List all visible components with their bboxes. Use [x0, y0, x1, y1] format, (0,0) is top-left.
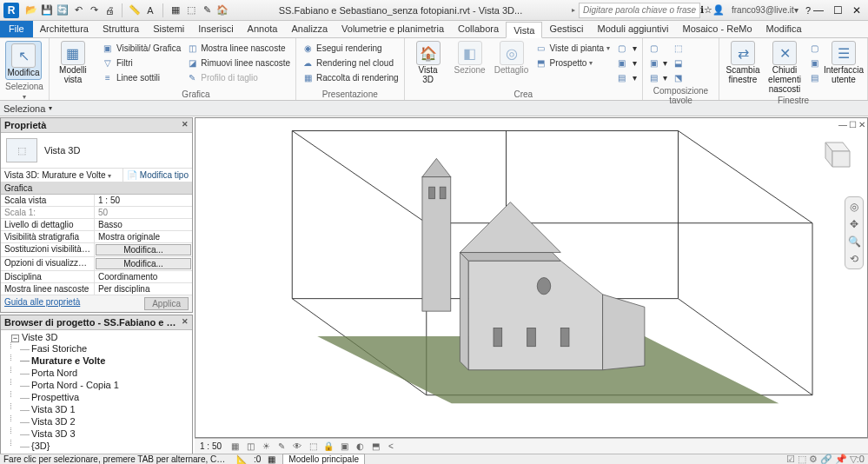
navigation-bar[interactable]: ◎ ✥ 🔍 ⟲	[845, 196, 864, 269]
tab-volumetrie[interactable]: Volumetrie e planimetria	[335, 21, 451, 37]
file-tab[interactable]: File	[0, 21, 33, 37]
instance-filter[interactable]: Vista 3D: Murature e Volte	[1, 169, 123, 182]
zoom-icon[interactable]: 🔍	[848, 235, 861, 248]
comp5[interactable]: ⬓	[673, 56, 685, 70]
qat-icon[interactable]: ⬚	[184, 3, 198, 17]
text-icon[interactable]: A	[143, 3, 157, 17]
interfaccia-button[interactable]: ☰ Interfaccia utente	[825, 41, 862, 84]
print-icon[interactable]: 🖨	[103, 3, 116, 17]
tree-root-viste3d[interactable]: −Viste 3D	[8, 332, 190, 342]
dettaglio-button[interactable]: ◎ Dettaglio	[494, 41, 530, 75]
close-button[interactable]: ✕	[849, 4, 865, 17]
crea-extra2[interactable]: ▣ ▾	[615, 56, 637, 70]
view-minimize-icon[interactable]: —	[838, 120, 847, 129]
visibilita-button[interactable]: ▣Visibilità/ Grafica	[102, 41, 181, 55]
maximize-button[interactable]: ☐	[830, 4, 845, 17]
tree-item[interactable]: —Vista 3D 2	[8, 415, 190, 428]
profilo-taglio-button[interactable]: ✎Profilo di taglio	[186, 70, 290, 84]
linee-sottili-button[interactable]: ≡Linee sottili	[102, 70, 181, 84]
crea-extra1[interactable]: ▢ ▾	[615, 41, 637, 55]
tab-vista[interactable]: Vista	[506, 22, 542, 38]
sostituzioni-button[interactable]: Modifica...	[96, 244, 191, 255]
sb-icon[interactable]: ⚙	[809, 454, 818, 464]
tree-item[interactable]: —Fasi Storiche	[8, 342, 190, 355]
coord-icon[interactable]: 📐	[236, 454, 247, 464]
tree-item[interactable]: —Prospettiva	[8, 391, 190, 403]
type-selector-label[interactable]: Seleziona	[3, 103, 45, 114]
vc-icon[interactable]: ▦	[229, 441, 241, 451]
stratigrafia-value[interactable]: Mostra originale	[95, 231, 192, 242]
comp4[interactable]: ⬚	[673, 41, 685, 55]
apply-button[interactable]: Applica	[144, 297, 189, 310]
mostra-linee-value[interactable]: Per disciplina	[95, 283, 192, 295]
tree-item[interactable]: —{3D}	[8, 440, 190, 452]
rimuovi-linee-button[interactable]: ◪Rimuovi linee nascoste	[186, 56, 290, 70]
tab-architettura[interactable]: Architettura	[33, 21, 96, 37]
scambia-finestre-button[interactable]: ⇄ Scambia finestre	[725, 41, 761, 84]
vc-icon[interactable]: ⬚	[307, 441, 319, 451]
star-icon[interactable]: ☆	[704, 4, 712, 16]
render-button[interactable]: ◉Esegui rendering	[301, 41, 399, 55]
qat-icon[interactable]: 🏠	[215, 3, 229, 17]
orbit-icon[interactable]: ⟲	[850, 253, 858, 265]
minimize-button[interactable]: —	[811, 4, 826, 17]
tab-moduli[interactable]: Moduli aggiuntivi	[591, 21, 676, 37]
disciplina-value[interactable]: Coordinamento	[95, 271, 192, 282]
dettaglio-value[interactable]: Basso	[95, 219, 192, 230]
filtri-button[interactable]: ▽Filtri	[102, 56, 181, 70]
open-icon[interactable]: 📂	[24, 3, 38, 17]
vc-icon[interactable]: ☀	[260, 441, 272, 451]
tab-sistemi[interactable]: Sistemi	[146, 21, 191, 37]
model-icon[interactable]: ▦	[268, 454, 275, 464]
opzioni-vis-button[interactable]: Modifica...	[96, 258, 191, 269]
tab-struttura[interactable]: Struttura	[96, 21, 146, 37]
signin-icon[interactable]: 👤	[712, 4, 725, 16]
view-cube[interactable]	[817, 136, 851, 170]
tab-gestisci[interactable]: Gestisci	[542, 21, 590, 37]
tree-item[interactable]: —Porta Nord	[8, 367, 190, 379]
category-header[interactable]: Grafica	[1, 182, 192, 195]
sb-icon[interactable]: 📌	[835, 454, 847, 464]
user-account[interactable]: franco93@live.it▾	[732, 5, 798, 15]
tab-annota[interactable]: Annota	[241, 21, 285, 37]
vc-icon[interactable]: ▣	[338, 441, 350, 451]
sb-icon[interactable]: 🔗	[820, 454, 832, 464]
scale-label[interactable]: 1 : 50	[200, 441, 222, 451]
sezione-button[interactable]: ◧ Sezione	[452, 41, 488, 75]
tab-inserisci[interactable]: Inserisci	[191, 21, 240, 37]
viste-pianta-button[interactable]: ▭Viste di pianta	[535, 41, 611, 55]
render-cloud-button[interactable]: ☁Rendering nel cloud	[301, 56, 399, 70]
vc-icon[interactable]: ◫	[244, 441, 256, 451]
sb-icon[interactable]: ⬚	[798, 454, 806, 464]
chiudi-nascosti-button[interactable]: ✕ Chiudi elementi nascosti	[766, 41, 803, 94]
comp3[interactable]: ▤▾	[648, 70, 667, 84]
pan-icon[interactable]: ✥	[850, 218, 858, 230]
model-selector[interactable]: Modello principale	[282, 454, 365, 464]
qat-icon[interactable]: ✎	[200, 3, 214, 17]
save-icon[interactable]: 💾	[40, 3, 54, 17]
crea-extra3[interactable]: ▤ ▾	[615, 70, 637, 84]
tab-modifica[interactable]: Modifica	[759, 21, 809, 37]
vc-icon[interactable]: ✎	[275, 441, 288, 451]
sb-icon[interactable]: ▽:0	[850, 454, 865, 464]
vc-icon[interactable]: <	[385, 441, 397, 451]
tree-item[interactable]: —Vista 3D 1	[8, 403, 190, 415]
view-maximize-icon[interactable]: ☐	[849, 120, 857, 129]
vc-icon[interactable]: 🔒	[322, 441, 335, 451]
fin1[interactable]: ▢	[808, 41, 820, 55]
qat-icon[interactable]: ▦	[169, 3, 182, 17]
vc-icon[interactable]: 👁	[291, 441, 303, 451]
modifica-button[interactable]: ↖ Modifica	[5, 41, 42, 80]
sb-icon[interactable]: ☑	[786, 454, 795, 464]
redo-icon[interactable]: ↷	[87, 3, 101, 17]
type-selector[interactable]: ⬚ Vista 3D	[1, 133, 192, 169]
tab-collabora[interactable]: Collabora	[451, 21, 506, 37]
help-link[interactable]: Guida alle proprietà	[4, 297, 80, 310]
comp2[interactable]: ▣▾	[648, 56, 667, 70]
edit-type-button[interactable]: 📄 Modifica tipo	[123, 169, 192, 182]
comp1[interactable]: ▢	[648, 41, 667, 55]
view-close-icon[interactable]: ✕	[858, 120, 865, 129]
render-gallery-button[interactable]: ▦Raccolta di rendering	[301, 70, 399, 84]
app-logo[interactable]: R	[3, 3, 19, 18]
viewport-3d[interactable]: — ☐ ✕ ◎ ✥ 🔍 ⟲	[195, 117, 868, 438]
